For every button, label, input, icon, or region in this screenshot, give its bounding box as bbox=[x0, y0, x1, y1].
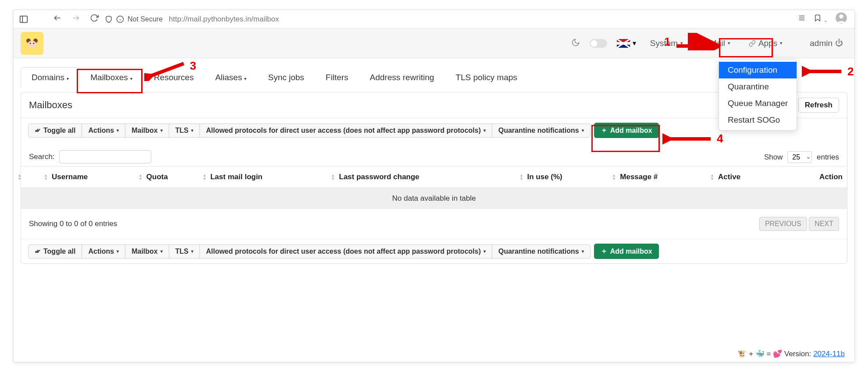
tls-label: TLS bbox=[175, 248, 189, 255]
forward-icon[interactable] bbox=[71, 14, 80, 25]
search-input[interactable] bbox=[59, 150, 151, 163]
sidebar-toggle-icon[interactable] bbox=[18, 14, 29, 25]
tab-sync-jobs[interactable]: Sync jobs bbox=[257, 67, 315, 88]
show-label: Show bbox=[764, 153, 783, 161]
col-active[interactable]: ▴▾Active bbox=[714, 167, 779, 188]
flag-uk-icon bbox=[617, 39, 630, 48]
dropdown-item-quarantine[interactable]: Quarantine bbox=[719, 78, 797, 95]
mailbox-button[interactable]: Mailbox▾ bbox=[125, 124, 169, 138]
tab-resources[interactable]: Resources bbox=[143, 67, 205, 88]
tab-filters[interactable]: Filters bbox=[315, 67, 359, 88]
security-indicator[interactable]: Not Secure bbox=[105, 15, 163, 23]
sort-arrows-icon: ▴▾ bbox=[332, 174, 334, 181]
next-button[interactable]: NEXT bbox=[809, 217, 839, 231]
sort-arrows-icon: ▴▾ bbox=[613, 174, 615, 181]
show-entries: Show 25 entries bbox=[764, 151, 839, 163]
footer-logo-icon: 🐮 bbox=[737, 350, 747, 358]
tab-address-rewriting[interactable]: Address rewriting bbox=[359, 67, 445, 88]
toggle-all-button[interactable]: Toggle all bbox=[28, 244, 82, 259]
tab-mailboxes-label: Mailboxes bbox=[90, 73, 128, 82]
svg-point-16 bbox=[30, 43, 31, 44]
previous-button[interactable]: PREVIOUS bbox=[759, 217, 807, 231]
tab-aliases[interactable]: Aliases ▾ bbox=[204, 67, 258, 88]
reload-icon[interactable] bbox=[90, 14, 99, 25]
avatar-icon[interactable] bbox=[835, 12, 847, 26]
moon-icon[interactable] bbox=[571, 38, 580, 49]
col-in-use-label: In use (%) bbox=[527, 173, 562, 181]
col-sort[interactable]: ▴▾ bbox=[21, 167, 47, 188]
protocols-button[interactable]: Allowed protocols for direct user access… bbox=[200, 244, 492, 259]
sort-arrows-icon: ▴▾ bbox=[139, 174, 142, 181]
show-select[interactable]: 25 bbox=[787, 151, 812, 163]
entries-label: entries bbox=[817, 153, 839, 161]
add-mailbox-button[interactable]: ＋ Add mailbox bbox=[594, 123, 659, 138]
plus-icon: ＋ bbox=[601, 247, 608, 256]
svg-point-17 bbox=[33, 43, 35, 44]
chevron-down-icon: ▾ bbox=[633, 39, 636, 47]
theme-toggle[interactable] bbox=[590, 39, 607, 48]
col-message-count[interactable]: ▴▾Message # bbox=[615, 167, 714, 188]
menu-apps[interactable]: Apps ▾ bbox=[744, 36, 787, 51]
menu-email[interactable]: E-Mail ▾ bbox=[697, 36, 735, 51]
plus-icon: ＋ bbox=[601, 126, 608, 135]
chevron-down-icon: ▾ bbox=[160, 249, 163, 254]
footer: 🐮 + 🐳 = 💕 Version: 2024-11b bbox=[23, 349, 845, 358]
add-mailbox-button[interactable]: ＋ Add mailbox bbox=[594, 244, 659, 259]
power-icon: ⏻ bbox=[835, 39, 843, 48]
app-logo[interactable] bbox=[21, 32, 43, 55]
menu-user[interactable]: admin ⏻ bbox=[805, 36, 847, 51]
actions-button[interactable]: Actions▾ bbox=[82, 124, 125, 138]
col-in-use[interactable]: ▴▾In use (%) bbox=[523, 167, 616, 188]
col-message-count-label: Message # bbox=[620, 173, 658, 181]
address-url[interactable]: http://mail.pythonbytes.in/mailbox bbox=[169, 15, 279, 24]
tls-button[interactable]: TLS▾ bbox=[169, 124, 200, 138]
version-link[interactable]: 2024-11b bbox=[813, 350, 845, 358]
tls-button[interactable]: TLS▾ bbox=[169, 244, 200, 259]
quarantine-button[interactable]: Quarantine notifications▾ bbox=[492, 124, 591, 138]
col-last-password-label: Last password change bbox=[339, 173, 419, 181]
chevron-down-icon: ▾ bbox=[191, 128, 193, 133]
refresh-button[interactable]: Refresh bbox=[798, 98, 839, 113]
col-username-label: Username bbox=[52, 173, 88, 181]
chevron-down-icon: ▾ bbox=[191, 249, 193, 254]
tab-aliases-label: Aliases bbox=[215, 73, 242, 82]
tab-domains[interactable]: Domains ▾ bbox=[21, 67, 80, 88]
toolbar-bottom: Toggle all Actions▾ Mailbox▾ TLS▾ Allowe… bbox=[21, 239, 847, 263]
shield-icon bbox=[105, 15, 113, 23]
col-quota-label: Quota bbox=[146, 173, 168, 181]
list-icon[interactable] bbox=[798, 14, 806, 24]
footer-heart-icon: 💕 bbox=[773, 350, 782, 358]
col-last-password[interactable]: ▴▾Last password change bbox=[334, 167, 523, 188]
dropdown-item-configuration[interactable]: Configuration bbox=[719, 62, 797, 78]
table-empty-message: No data available in table bbox=[21, 188, 847, 209]
tls-label: TLS bbox=[175, 127, 189, 135]
protocols-label: Allowed protocols for direct user access… bbox=[206, 248, 481, 255]
back-icon[interactable] bbox=[53, 14, 62, 25]
menu-system[interactable]: System ▾ bbox=[646, 36, 687, 51]
table-info: Showing 0 to 0 of 0 entries bbox=[29, 220, 117, 228]
protocols-button[interactable]: Allowed protocols for direct user access… bbox=[200, 124, 492, 138]
footer-whale-icon: 🐳 bbox=[755, 350, 765, 358]
bookmark-icon[interactable]: ⌄ bbox=[814, 14, 827, 24]
language-selector[interactable]: ▾ bbox=[617, 39, 636, 48]
quarantine-button[interactable]: Quarantine notifications▾ bbox=[492, 244, 591, 259]
chevron-down-icon: ▾ bbox=[780, 40, 783, 46]
sort-arrows-icon: ▴▾ bbox=[18, 174, 21, 181]
toggle-all-button[interactable]: Toggle all bbox=[28, 124, 82, 138]
chevron-down-icon: ▾ bbox=[67, 76, 69, 81]
tab-mailboxes[interactable]: Mailboxes ▾ bbox=[79, 67, 143, 88]
col-action[interactable]: Action bbox=[779, 167, 847, 188]
dropdown-item-queue-manager[interactable]: Queue Manager bbox=[719, 95, 797, 112]
svg-point-11 bbox=[839, 14, 843, 18]
mailbox-button[interactable]: Mailbox▾ bbox=[125, 244, 169, 259]
version-label: Version: bbox=[784, 350, 811, 358]
dropdown-item-restart-sogo[interactable]: Restart SOGo bbox=[719, 112, 797, 128]
tab-tls-policy-maps[interactable]: TLS policy maps bbox=[445, 67, 528, 88]
tab-domains-label: Domains bbox=[32, 73, 64, 82]
col-last-login[interactable]: ▴▾Last mail login bbox=[206, 167, 335, 188]
actions-button[interactable]: Actions▾ bbox=[82, 244, 125, 259]
actions-label: Actions bbox=[88, 127, 114, 135]
col-username[interactable]: ▴▾Username bbox=[47, 167, 142, 188]
col-quota[interactable]: ▴▾Quota bbox=[142, 167, 206, 188]
sort-arrows-icon: ▴▾ bbox=[711, 174, 713, 181]
